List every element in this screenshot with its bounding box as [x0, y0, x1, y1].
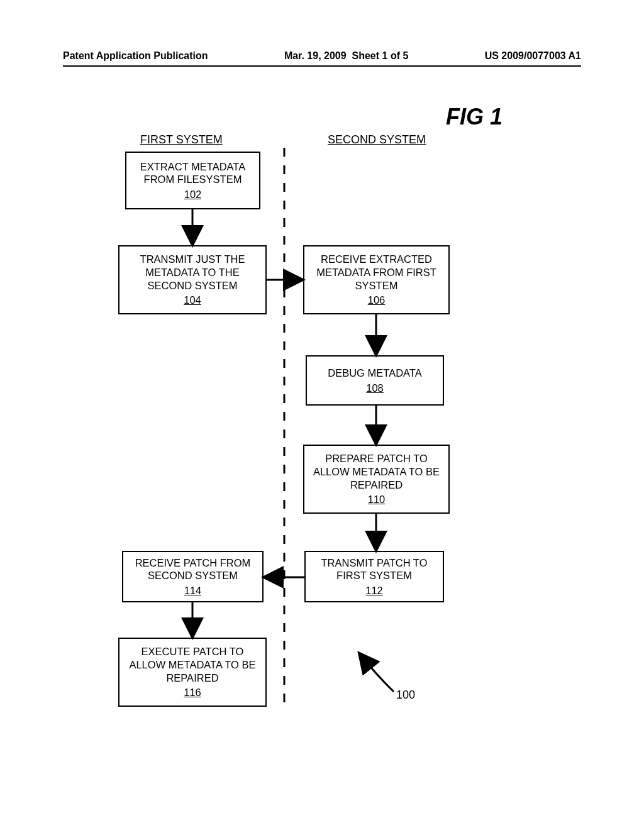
- flow-box-text: EXTRACT METADATA FROM FILESYSTEM: [133, 160, 253, 186]
- flowchart-arrows: [0, 0, 644, 830]
- flow-box-112: TRANSMIT PATCH TO FIRST SYSTEM 112: [304, 551, 444, 602]
- flow-box-text: TRANSMIT JUST THE METADATA TO THE SECOND…: [126, 253, 259, 292]
- flow-box-ref: 114: [184, 584, 202, 597]
- flow-box-104: TRANSMIT JUST THE METADATA TO THE SECOND…: [118, 245, 267, 314]
- flow-box-ref: 106: [368, 294, 386, 307]
- column-header-first-system: FIRST SYSTEM: [140, 133, 223, 147]
- reference-number-100: 100: [396, 689, 415, 702]
- flow-box-108: DEBUG METADATA 108: [306, 355, 444, 406]
- column-header-second-system: SECOND SYSTEM: [328, 133, 426, 147]
- flow-box-102: EXTRACT METADATA FROM FILESYSTEM 102: [125, 152, 260, 209]
- header-date-sheet: Mar. 19, 2009 Sheet 1 of 5: [284, 50, 408, 62]
- flow-box-text: RECEIVE PATCH FROM SECOND SYSTEM: [130, 556, 256, 582]
- header-pubnum: US 2009/0077003 A1: [485, 50, 581, 62]
- flow-box-text: PREPARE PATCH TO ALLOW METADATA TO BE RE…: [311, 452, 442, 491]
- flow-box-106: RECEIVE EXTRACTED METADATA FROM FIRST SY…: [303, 245, 450, 314]
- flow-box-ref: 102: [184, 188, 202, 201]
- flow-box-ref: 112: [365, 584, 383, 597]
- header-rule: [63, 65, 581, 67]
- page-header: Patent Application Publication Mar. 19, …: [63, 50, 581, 62]
- flow-box-ref: 110: [368, 493, 386, 506]
- flow-box-text: RECEIVE EXTRACTED METADATA FROM FIRST SY…: [311, 253, 442, 292]
- flow-box-text: TRANSMIT PATCH TO FIRST SYSTEM: [312, 556, 436, 582]
- header-publication: Patent Application Publication: [63, 50, 208, 62]
- flow-box-ref: 104: [184, 294, 201, 307]
- flow-box-ref: 108: [366, 382, 384, 395]
- figure-label: FIG 1: [446, 104, 502, 130]
- flow-box-ref: 116: [184, 686, 201, 699]
- flow-box-116: EXECUTE PATCH TO ALLOW METADATA TO BE RE…: [118, 638, 267, 707]
- flow-box-114: RECEIVE PATCH FROM SECOND SYSTEM 114: [122, 551, 264, 602]
- flow-box-text: EXECUTE PATCH TO ALLOW METADATA TO BE RE…: [126, 645, 259, 684]
- flow-box-110: PREPARE PATCH TO ALLOW METADATA TO BE RE…: [303, 445, 450, 514]
- flow-box-text: DEBUG METADATA: [328, 367, 421, 380]
